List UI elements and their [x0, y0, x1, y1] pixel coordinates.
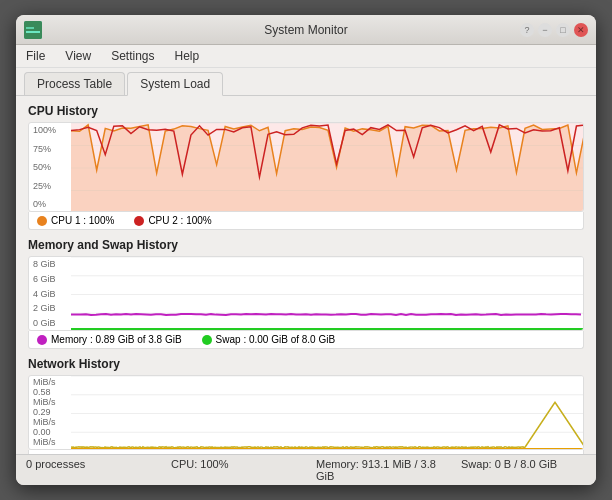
cpu1-dot [37, 216, 47, 226]
svg-rect-1 [26, 31, 40, 33]
memory-legend-item: Memory : 0.89 GiB of 3.8 GiB [37, 334, 182, 345]
cpu-legend: CPU 1 : 100% CPU 2 : 100% [28, 212, 584, 230]
network-canvas [71, 376, 584, 450]
cpu-section: CPU History 0% 25% 50% 75% 100% CPU 1 : … [28, 104, 584, 230]
swap-legend-item: Swap : 0.00 GiB of 8.0 GiB [202, 334, 336, 345]
content-area: CPU History 0% 25% 50% 75% 100% CPU 1 : … [16, 96, 596, 454]
menu-help[interactable]: Help [171, 47, 204, 65]
cpu2-label: CPU 2 : 100% [148, 215, 211, 226]
cpu2-dot [134, 216, 144, 226]
swap-label: Swap : 0.00 GiB of 8.0 GiB [216, 334, 336, 345]
memory-legend: Memory : 0.89 GiB of 3.8 GiB Swap : 0.00… [28, 331, 584, 349]
close-button[interactable]: ✕ [574, 23, 588, 37]
status-memory: Memory: 913.1 MiB / 3.8 GiB [316, 458, 441, 482]
svg-rect-0 [24, 21, 42, 39]
memory-y-axis: 0 GiB 2 GiB 4 GiB 6 GiB 8 GiB [29, 257, 74, 330]
window-controls: ? − □ ✕ [520, 23, 588, 37]
minimize-button[interactable]: − [538, 23, 552, 37]
window-title: System Monitor [264, 23, 347, 37]
status-processes: 0 processes [26, 458, 151, 482]
cpu-chart: 0% 25% 50% 75% 100% [28, 122, 584, 212]
memory-canvas [71, 257, 584, 331]
main-window: System Monitor ? − □ ✕ File View Setting… [16, 15, 596, 485]
network-chart: 0.00 MiB/s 0.29 MiB/s 0.58 MiB/s 0.87 Mi… [28, 375, 584, 450]
status-cpu: CPU: 100% [171, 458, 296, 482]
cpu1-label: CPU 1 : 100% [51, 215, 114, 226]
network-y-axis: 0.00 MiB/s 0.29 MiB/s 0.58 MiB/s 0.87 Mi… [29, 376, 74, 449]
menu-view[interactable]: View [61, 47, 95, 65]
tab-process-table[interactable]: Process Table [24, 72, 125, 95]
memory-section: Memory and Swap History 0 GiB 2 GiB 4 Gi… [28, 238, 584, 349]
status-swap: Swap: 0 B / 8.0 GiB [461, 458, 586, 482]
network-section: Network History 0.00 MiB/s 0.29 MiB/s 0.… [28, 357, 584, 454]
svg-rect-2 [26, 27, 34, 29]
memory-dot [37, 335, 47, 345]
memory-label: Memory : 0.89 GiB of 3.8 GiB [51, 334, 182, 345]
menubar: File View Settings Help [16, 45, 596, 68]
cpu2-legend: CPU 2 : 100% [134, 215, 211, 226]
network-title: Network History [28, 357, 584, 371]
tabs: Process Table System Load [16, 68, 596, 96]
statusbar: 0 processes CPU: 100% Memory: 913.1 MiB … [16, 454, 596, 485]
memory-title: Memory and Swap History [28, 238, 584, 252]
cpu-y-axis: 0% 25% 50% 75% 100% [29, 123, 74, 211]
titlebar: System Monitor ? − □ ✕ [16, 15, 596, 45]
cpu-title: CPU History [28, 104, 584, 118]
cpu1-legend: CPU 1 : 100% [37, 215, 114, 226]
maximize-button[interactable]: □ [556, 23, 570, 37]
menu-settings[interactable]: Settings [107, 47, 158, 65]
app-icon [24, 21, 42, 39]
menu-file[interactable]: File [22, 47, 49, 65]
memory-chart: 0 GiB 2 GiB 4 GiB 6 GiB 8 GiB [28, 256, 584, 331]
cpu-canvas [71, 123, 584, 212]
tab-system-load[interactable]: System Load [127, 72, 223, 96]
help-button[interactable]: ? [520, 23, 534, 37]
swap-dot [202, 335, 212, 345]
